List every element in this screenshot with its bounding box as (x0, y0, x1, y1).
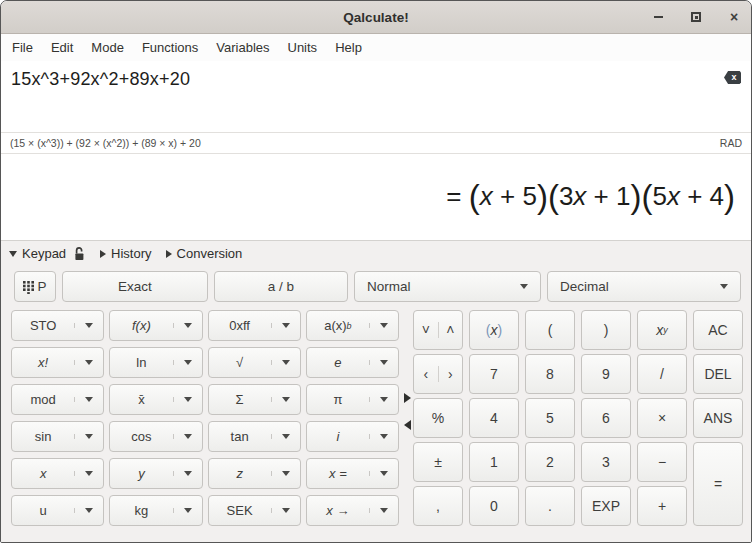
key-i-menu[interactable] (369, 434, 398, 439)
key-x[interactable]: x (11, 458, 104, 489)
key-9[interactable]: 9 (581, 354, 631, 394)
key-mean-main[interactable]: x̄ (110, 392, 172, 407)
key-comma[interactable]: , (413, 486, 463, 526)
key-sqrt-main[interactable]: √ (209, 355, 271, 370)
exact-toggle-button[interactable]: Exact (62, 271, 208, 302)
key-ac[interactable]: AC (693, 310, 743, 350)
key-sum[interactable]: Σ (208, 384, 301, 415)
key-mod[interactable]: mod (11, 384, 104, 415)
key-scroll-up[interactable]: ˄ (438, 322, 463, 338)
key-x-menu[interactable] (74, 471, 103, 476)
menu-mode[interactable]: Mode (82, 36, 133, 59)
key-pi-main[interactable]: π (307, 392, 369, 407)
key-pi-menu[interactable] (369, 397, 398, 402)
key-sin-menu[interactable] (74, 434, 103, 439)
key-hex-menu[interactable] (271, 323, 300, 328)
key-plusminus[interactable]: ± (413, 442, 463, 482)
key-mean[interactable]: x̄ (109, 384, 202, 415)
key-u[interactable]: u (11, 495, 104, 526)
key-smart-parens[interactable]: (x) (469, 310, 519, 350)
key-dot[interactable]: . (525, 486, 575, 526)
menu-edit[interactable]: Edit (42, 36, 82, 59)
key-factorial-main[interactable]: x! (12, 355, 74, 370)
key-8[interactable]: 8 (525, 354, 575, 394)
display-mode-dropdown[interactable]: Normal (354, 271, 541, 302)
key-z[interactable]: z (208, 458, 301, 489)
key-sek-menu[interactable] (271, 508, 300, 513)
key-mod-menu[interactable] (74, 397, 103, 402)
key-e[interactable]: e (306, 347, 399, 378)
key-sek-main[interactable]: SEK (209, 503, 271, 518)
key-y-menu[interactable] (173, 471, 202, 476)
key-sin[interactable]: sin (11, 421, 104, 452)
key-sto-menu[interactable] (74, 323, 103, 328)
key-1[interactable]: 1 (469, 442, 519, 482)
key-ln-menu[interactable] (173, 360, 202, 365)
key-a-x-b[interactable]: a(x)b (306, 310, 399, 341)
key-sqrt[interactable]: √ (208, 347, 301, 378)
key-ans[interactable]: ANS (693, 398, 743, 438)
key-hex-main[interactable]: 0xff (209, 318, 271, 333)
unlocked-padlock-icon[interactable] (73, 247, 86, 261)
key-mean-menu[interactable] (173, 397, 202, 402)
menu-variables[interactable]: Variables (207, 36, 278, 59)
expression-area[interactable]: 15x^3+92x^2+89x+20 x (1, 61, 751, 132)
key-factorial[interactable]: x! (11, 347, 104, 378)
key-cursor-right[interactable]: › (438, 366, 463, 382)
key-ln-main[interactable]: ln (110, 355, 172, 370)
key-3[interactable]: 3 (581, 442, 631, 482)
key-u-main[interactable]: u (12, 503, 74, 518)
key-ln[interactable]: ln (109, 347, 202, 378)
key-sin-main[interactable]: sin (12, 429, 74, 444)
angle-mode-indicator[interactable]: RAD (720, 137, 742, 149)
key-e-main[interactable]: e (307, 355, 369, 370)
key-x-equals-menu[interactable] (369, 471, 398, 476)
key-equals[interactable]: = (693, 442, 743, 526)
key-7[interactable]: 7 (469, 354, 519, 394)
key-i[interactable]: i (306, 421, 399, 452)
key-x-to-menu[interactable] (369, 508, 398, 513)
key-5[interactable]: 5 (525, 398, 575, 438)
key-6[interactable]: 6 (581, 398, 631, 438)
key-paren-close[interactable]: ) (581, 310, 631, 350)
key-i-main[interactable]: i (307, 429, 369, 444)
key-y-main[interactable]: y (110, 466, 172, 481)
key-x-main[interactable]: x (12, 466, 74, 481)
key-divide[interactable]: / (637, 354, 687, 394)
key-pi[interactable]: π (306, 384, 399, 415)
key-x-equals[interactable]: x = (306, 458, 399, 489)
key-4[interactable]: 4 (469, 398, 519, 438)
key-del[interactable]: DEL (693, 354, 743, 394)
keypad-page-back-icon[interactable] (404, 420, 411, 430)
keypad-toggle[interactable]: Keypad (9, 246, 86, 261)
key-cos[interactable]: cos (109, 421, 202, 452)
key-0[interactable]: 0 (469, 486, 519, 526)
key-x-to[interactable]: x → (306, 495, 399, 526)
key-sum-menu[interactable] (271, 397, 300, 402)
key-cos-main[interactable]: cos (110, 429, 172, 444)
key-factorial-menu[interactable] (74, 360, 103, 365)
key-z-main[interactable]: z (209, 466, 271, 481)
key-fx[interactable]: f(x) (109, 310, 202, 341)
maximize-button[interactable] (687, 8, 705, 26)
key-plus[interactable]: + (637, 486, 687, 526)
key-kg[interactable]: kg (109, 495, 202, 526)
key-cursor[interactable]: ‹› (413, 354, 463, 394)
key-exp[interactable]: EXP (581, 486, 631, 526)
history-toggle[interactable]: History (100, 246, 151, 261)
expression-input[interactable]: 15x^3+92x^2+89x+20 (11, 69, 721, 90)
key-sto[interactable]: STO (11, 310, 104, 341)
clear-expression-button[interactable]: x (724, 71, 741, 84)
menu-functions[interactable]: Functions (133, 36, 207, 59)
menu-file[interactable]: File (3, 36, 42, 59)
key-multiply[interactable]: × (637, 398, 687, 438)
key-y[interactable]: y (109, 458, 202, 489)
programming-keypad-button[interactable]: P (14, 271, 56, 302)
key-x-equals-main[interactable]: x = (307, 466, 369, 481)
key-scroll-down[interactable]: ˅ (414, 322, 438, 338)
key-tan-main[interactable]: tan (209, 429, 271, 444)
number-base-dropdown[interactable]: Decimal (547, 271, 741, 302)
key-x-to-main[interactable]: x → (307, 503, 369, 518)
close-button[interactable]: × (725, 8, 743, 26)
key-u-menu[interactable] (74, 508, 103, 513)
